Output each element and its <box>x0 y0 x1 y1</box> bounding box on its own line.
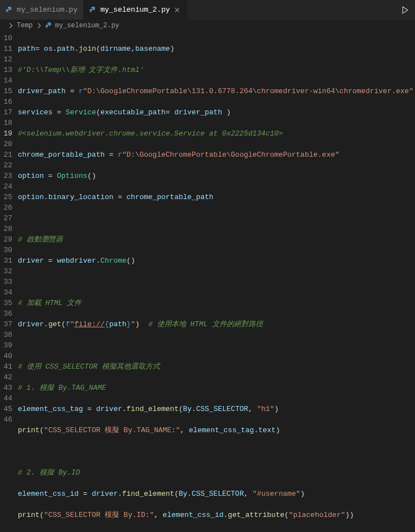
python-file-icon <box>45 22 53 30</box>
breadcrumb-folder[interactable]: Temp <box>17 22 33 30</box>
breadcrumb-file[interactable]: my_selenium_2.py <box>55 22 119 30</box>
tab-label: my_selenium_2.py <box>100 6 170 14</box>
breadcrumb[interactable]: Temp my_selenium_2.py <box>0 20 415 32</box>
code-area[interactable]: path= os.path.join(dirname,basename) #'D… <box>18 33 415 532</box>
tab-label: my_selenium.py <box>17 6 77 14</box>
python-file-icon <box>89 6 97 14</box>
run-button[interactable] <box>395 0 415 20</box>
code-editor[interactable]: 1011121314151617181920212223242526272829… <box>0 32 415 532</box>
svg-point-1 <box>92 7 92 8</box>
python-file-icon <box>6 6 13 14</box>
play-icon <box>401 6 409 14</box>
editor-tabs: my_selenium.py my_selenium_2.py <box>0 0 415 20</box>
chevron-right-icon <box>35 22 43 30</box>
tab-my-selenium-2[interactable]: my_selenium_2.py <box>84 0 187 20</box>
line-gutter: 1011121314151617181920212223242526272829… <box>0 33 18 532</box>
close-icon[interactable] <box>173 6 181 14</box>
chevron-right-icon <box>7 22 14 30</box>
tab-my-selenium[interactable]: my_selenium.py <box>0 0 84 20</box>
svg-point-0 <box>8 7 9 8</box>
